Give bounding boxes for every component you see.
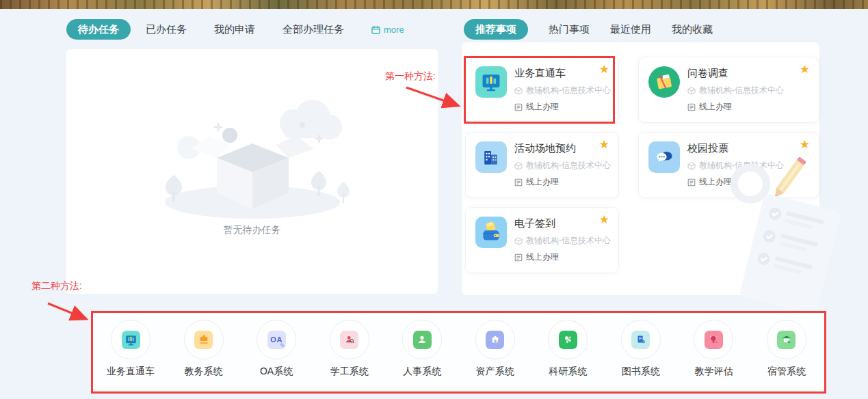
todo-tasks-panel: 暂无待办任务	[66, 49, 438, 294]
app-label: 宿管系统	[767, 366, 806, 378]
app-label: 教务系统	[185, 366, 223, 378]
card-org-label: 教辅机构-信息技术中心	[699, 160, 784, 171]
app-asset-system[interactable]: 资产系统	[464, 320, 526, 394]
app-label: 资产系统	[476, 366, 514, 378]
empty-box-illustration	[146, 94, 358, 224]
card-org-label: 教辅机构-信息技术中心	[526, 235, 611, 247]
app-circle	[475, 320, 515, 359]
card-org-row: 教辅机构-信息技术中心	[687, 160, 784, 171]
card-title: 问卷调查	[687, 67, 784, 80]
tab-done-tasks[interactable]: 已办任务	[146, 23, 187, 36]
card-org-row: 教辅机构-信息技术中心	[514, 160, 611, 171]
card-campus-vote[interactable]: 校园投票 教辅机构-信息技术中心 线上办理 ★	[638, 132, 819, 198]
card-e-sign-in[interactable]: 电子签到 教辅机构-信息技术中心 线上办理 ★	[465, 207, 619, 273]
app-label: 教学评估	[694, 366, 733, 378]
app-circle	[621, 320, 661, 359]
monitor-chart-icon	[122, 331, 140, 349]
favorite-star-icon[interactable]: ★	[800, 64, 810, 75]
method1-highlight-box	[464, 56, 615, 124]
more-link[interactable]: more	[371, 25, 404, 35]
more-label: more	[384, 25, 404, 35]
book-icon	[194, 331, 213, 349]
app-label: 业务直通车	[107, 366, 155, 378]
tab-my-favorites[interactable]: 我的收藏	[672, 23, 713, 36]
app-circle	[694, 320, 733, 359]
card-title: 电子签到	[514, 217, 611, 230]
molecule-icon	[559, 331, 577, 349]
card-action-row: 线上办理	[514, 176, 611, 188]
bulb-icon	[705, 331, 723, 349]
tab-all-tasks[interactable]: 全部办理任务	[282, 23, 344, 36]
app-oa-system[interactable]: OA ✎ OA系统	[246, 320, 307, 394]
app-research-system[interactable]: 科研系统	[537, 320, 599, 394]
card-survey[interactable]: 问卷调查 教辅机构-信息技术中心 线上办理 ★	[638, 57, 819, 123]
online-form-icon	[514, 253, 523, 262]
card-action-row: 线上办理	[687, 101, 784, 113]
app-library-system[interactable]: 图书系统	[610, 320, 672, 394]
method1-arrow	[401, 82, 469, 112]
quick-apps-row: 业务直通车 教务系统 OA ✎ OA系统 学工系统	[91, 311, 826, 394]
card-org-row: 教辅机构-信息技术中心	[514, 235, 611, 247]
empty-state-text: 暂无待办任务	[66, 224, 438, 236]
survey-folder-icon	[648, 66, 680, 98]
campus-photo-banner	[0, 0, 868, 9]
card-venue-booking[interactable]: 活动场地预约 教辅机构-信息技术中心 线上办理 ★	[465, 132, 619, 198]
app-circle	[402, 320, 442, 359]
card-action-label: 线上办理	[526, 176, 559, 188]
app-circle	[767, 320, 806, 359]
app-student-affairs[interactable]: 学工系统	[319, 320, 380, 394]
favorite-star-icon[interactable]: ★	[599, 139, 609, 150]
app-label: 学工系统	[330, 366, 369, 378]
app-business-express[interactable]: 业务直通车	[100, 320, 161, 394]
method2-arrow	[42, 299, 100, 327]
app-circle	[184, 320, 224, 359]
app-label: OA系统	[260, 366, 293, 378]
org-cube-icon	[687, 87, 696, 95]
calendar-icon	[371, 25, 380, 34]
app-academic-affairs[interactable]: 教务系统	[173, 320, 235, 394]
card-org-label: 教辅机构-信息技术中心	[526, 160, 611, 171]
card-info: 校园投票 教辅机构-信息技术中心 线上办理	[687, 141, 784, 188]
app-label: 人事系统	[403, 366, 441, 378]
online-form-icon	[687, 178, 696, 187]
buildings-icon	[475, 141, 507, 173]
app-teaching-evaluation[interactable]: 教学评估	[683, 320, 744, 394]
app-hr-system[interactable]: 人事系统	[391, 320, 453, 394]
app-circle	[330, 320, 369, 359]
person-icon	[413, 331, 432, 349]
card-action-row: 线上办理	[687, 176, 784, 188]
items-tab-bar: 推荐事项 热门事项 最近使用 我的收藏	[464, 19, 713, 40]
method2-annotation: 第二种方法:	[31, 280, 82, 292]
tab-todo-tasks[interactable]: 待办任务	[66, 19, 131, 40]
app-circle	[111, 320, 150, 359]
org-cube-icon	[514, 162, 523, 170]
tab-recently-used[interactable]: 最近使用	[610, 23, 651, 36]
card-action-label: 线上办理	[699, 101, 732, 113]
card-info: 活动场地预约 教辅机构-信息技术中心 线上办理	[514, 141, 611, 188]
online-form-icon	[514, 178, 523, 187]
card-title: 活动场地预约	[514, 142, 611, 155]
app-label: 图书系统	[622, 366, 660, 378]
favorite-star-icon[interactable]: ★	[800, 139, 810, 150]
app-dorm-system[interactable]: 宿管系统	[756, 320, 817, 394]
asset-house-icon	[486, 331, 504, 349]
favorite-star-icon[interactable]: ★	[599, 214, 609, 225]
wallet-sign-icon	[475, 217, 507, 248]
card-title: 校园投票	[687, 142, 784, 155]
card-action-row: 线上办理	[514, 251, 611, 263]
tab-recommended-items[interactable]: 推荐事项	[464, 19, 528, 40]
app-circle	[548, 320, 588, 359]
card-org-label: 教辅机构-信息技术中心	[699, 85, 784, 96]
oa-icon: OA ✎	[267, 331, 286, 349]
card-action-label: 线上办理	[526, 251, 559, 263]
student-search-icon	[340, 331, 358, 349]
tab-my-applications[interactable]: 我的申请	[214, 23, 255, 36]
org-cube-icon	[687, 162, 696, 170]
library-book-icon	[631, 331, 650, 349]
card-org-row: 教辅机构-信息技术中心	[687, 85, 784, 96]
dorm-house-icon	[777, 331, 795, 349]
method1-annotation: 第一种方法:	[385, 70, 436, 83]
chat-bubbles-icon	[648, 141, 680, 173]
tab-hot-items[interactable]: 热门事项	[549, 23, 590, 36]
pencil-glyph: ✎	[280, 342, 285, 349]
